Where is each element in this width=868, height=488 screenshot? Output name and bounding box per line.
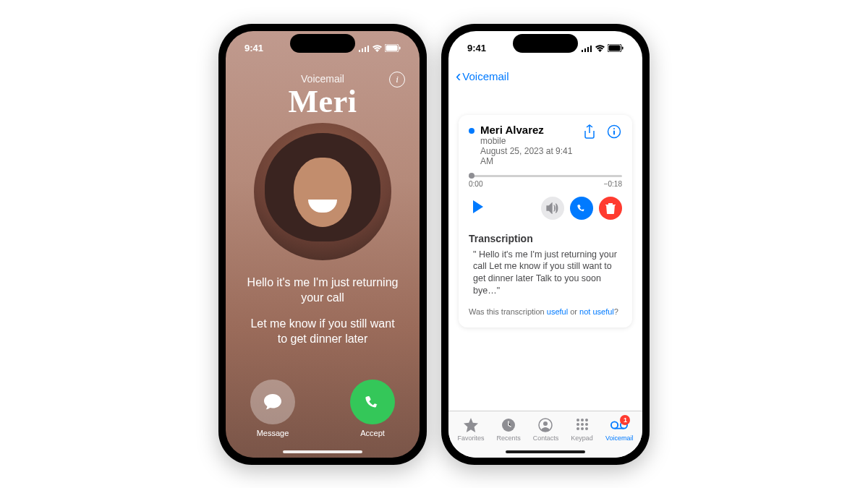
caller-photo xyxy=(226,123,420,275)
tab-recents[interactable]: Recents xyxy=(497,417,521,442)
svg-rect-5 xyxy=(622,47,624,50)
caller-name: Meri Alvarez xyxy=(480,124,582,136)
callback-button[interactable] xyxy=(570,197,593,220)
svg-point-15 xyxy=(576,423,579,426)
call-actions: Message Accept xyxy=(226,380,420,458)
svg-rect-2 xyxy=(399,47,401,50)
signal-icon xyxy=(581,45,592,52)
svg-point-20 xyxy=(585,427,588,430)
svg-point-7 xyxy=(613,128,615,129)
unread-indicator xyxy=(469,128,475,134)
caller-name: Meri xyxy=(226,83,420,120)
speaker-icon xyxy=(546,202,559,214)
transcript-line-1: Hello it's me I'm just returning your ca… xyxy=(246,275,399,306)
accept-button[interactable] xyxy=(350,380,395,424)
remaining-time: −0:18 xyxy=(604,180,622,188)
call-type-label: Voicemail xyxy=(226,73,420,85)
play-icon xyxy=(472,200,485,214)
phone-frame-call: 9:41 i Voicemail Meri Hello it's me I'm … xyxy=(218,24,427,465)
play-button[interactable] xyxy=(472,200,485,217)
tab-label: Favorites xyxy=(458,435,485,442)
line-type: mobile xyxy=(480,136,582,146)
share-button[interactable] xyxy=(582,124,597,140)
svg-point-14 xyxy=(585,419,588,421)
svg-rect-8 xyxy=(613,130,615,134)
tab-favorites[interactable]: Favorites xyxy=(458,417,485,442)
home-indicator[interactable] xyxy=(506,450,585,453)
voicemail-card: Meri Alvarez mobile August 25, 2023 at 9… xyxy=(459,115,632,328)
status-time: 9:41 xyxy=(244,43,263,53)
live-transcript-preview: Hello it's me I'm just returning your ca… xyxy=(226,275,420,357)
dynamic-island xyxy=(290,34,355,53)
timestamp: August 25, 2023 at 9:41 AM xyxy=(480,146,582,166)
tab-contacts[interactable]: Contacts xyxy=(533,417,559,442)
tab-label: Contacts xyxy=(533,435,559,442)
back-label: Voicemail xyxy=(462,70,509,82)
tab-label: Keypad xyxy=(571,435,593,442)
status-time: 9:41 xyxy=(467,43,486,53)
message-label: Message xyxy=(257,429,289,437)
share-icon xyxy=(584,124,595,139)
feedback-not-useful-link[interactable]: not useful xyxy=(579,307,614,316)
tab-label: Voicemail xyxy=(605,435,634,442)
transcript-line-2: Let me know if you still want to get din… xyxy=(246,316,399,347)
back-nav[interactable]: ‹ Voicemail xyxy=(448,66,642,92)
wifi-icon xyxy=(595,44,605,52)
message-icon xyxy=(263,393,283,411)
tab-label: Recents xyxy=(497,435,521,442)
elapsed-time: 0:00 xyxy=(469,180,482,188)
phone-frame-voicemail: 9:41 ‹ Voicemail Meri Alvarez mobile Aug… xyxy=(441,24,650,465)
status-icons xyxy=(358,44,401,52)
dynamic-island xyxy=(513,34,578,53)
voicemail-badge: 1 xyxy=(620,415,630,425)
svg-point-17 xyxy=(585,423,588,426)
signal-icon xyxy=(358,45,370,52)
svg-point-16 xyxy=(581,423,584,426)
playback-scrubber[interactable] xyxy=(469,175,622,177)
accept-label: Accept xyxy=(360,429,385,437)
star-icon xyxy=(463,418,479,432)
wifi-icon xyxy=(372,44,383,52)
scrubber-thumb[interactable] xyxy=(469,173,475,179)
trash-icon xyxy=(605,202,616,214)
svg-rect-4 xyxy=(609,46,621,51)
svg-point-21 xyxy=(611,421,618,428)
speaker-button[interactable] xyxy=(541,197,564,220)
info-icon xyxy=(607,124,621,139)
svg-point-12 xyxy=(576,419,579,421)
feedback-useful-link[interactable]: useful xyxy=(547,307,568,316)
svg-point-19 xyxy=(581,427,584,430)
chevron-left-icon: ‹ xyxy=(456,69,461,85)
tab-voicemail[interactable]: 1 Voicemail xyxy=(605,417,634,442)
battery-icon xyxy=(385,44,401,52)
transcription-heading: Transcription xyxy=(469,233,622,244)
status-icons xyxy=(581,44,624,52)
voicemail-detail-screen: 9:41 ‹ Voicemail Meri Alvarez mobile Aug… xyxy=(448,31,642,458)
feedback-prompt: Was this transcription useful or not use… xyxy=(469,307,622,316)
svg-rect-1 xyxy=(386,46,398,51)
call-header: Voicemail Meri xyxy=(226,73,420,120)
tab-keypad[interactable]: Keypad xyxy=(571,417,593,442)
incoming-voicemail-screen: 9:41 i Voicemail Meri Hello it's me I'm … xyxy=(226,31,420,458)
svg-point-18 xyxy=(576,427,579,430)
phone-icon xyxy=(576,202,587,214)
info-button[interactable] xyxy=(606,124,622,140)
svg-point-11 xyxy=(543,421,548,426)
battery-icon xyxy=(608,44,624,52)
delete-button[interactable] xyxy=(599,197,622,220)
message-button[interactable] xyxy=(250,380,295,424)
keypad-icon xyxy=(576,418,589,432)
svg-point-13 xyxy=(581,419,584,421)
transcription-body: " Hello it's me I'm just returning your … xyxy=(469,249,622,298)
phone-icon xyxy=(362,392,383,412)
clock-icon xyxy=(501,418,516,432)
home-indicator[interactable] xyxy=(283,450,362,453)
person-icon xyxy=(538,418,553,432)
